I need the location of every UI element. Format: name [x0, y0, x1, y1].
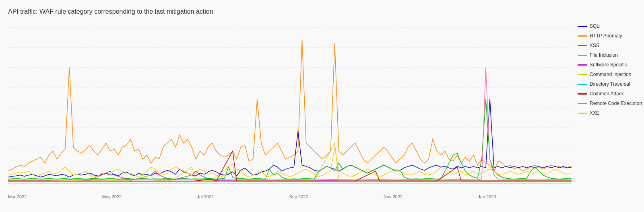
- legend-item-xss: XSS: [578, 43, 644, 48]
- x-label-nov2022: Nov 2022: [384, 194, 402, 199]
- chart-container: API traffic: WAF rule category correspon…: [0, 0, 644, 212]
- x-label-jan2023: Jan 2023: [478, 194, 496, 199]
- x-axis-labels: Mar 2022 May 2022 Jul 2022 Sep 2022 Nov …: [8, 194, 572, 199]
- legend-color-directory-traversal: [578, 84, 587, 85]
- sqli-line: [8, 99, 572, 177]
- legend-label-xss: XSS: [590, 43, 599, 48]
- legend-label-rce: Remote Code Execution: [590, 101, 642, 106]
- legend-item-command-injection: Command Injection: [578, 72, 644, 77]
- legend-label-common-attack: Common Attack: [590, 91, 624, 97]
- legend-color-software-specific: [578, 64, 587, 66]
- legend-item-directory-traversal: Directory Traversal: [578, 81, 644, 87]
- legend-item-software-specific: Software Specific: [578, 62, 644, 68]
- x-label-jul2022: Jul 2022: [197, 194, 214, 199]
- legend-color-file-inclusion: [578, 55, 587, 56]
- legend-label-software-specific: Software Specific: [590, 62, 627, 68]
- legend-color-common-attack: [578, 93, 587, 95]
- legend-label-command-injection: Command Injection: [590, 72, 631, 77]
- legend-color-sqli: [578, 26, 587, 27]
- legend-item-xxe: XXE: [578, 110, 644, 116]
- legend-color-rce: [578, 103, 587, 104]
- chart-legend: SQLi HTTP Anomaly XSS File Inclusion Sof…: [572, 19, 644, 191]
- legend-item-file-inclusion: File Inclusion: [578, 52, 644, 58]
- x-label-sep2022: Sep 2022: [289, 194, 308, 199]
- x-label-mar2022: Mar 2022: [8, 194, 27, 199]
- legend-label-file-inclusion: File Inclusion: [590, 52, 618, 58]
- legend-color-command-injection: [578, 74, 587, 75]
- legend-item-http-anomaly: HTTP Anomaly: [578, 33, 644, 39]
- chart-area: Mar 2022 May 2022 Jul 2022 Sep 2022 Nov …: [8, 19, 644, 191]
- legend-color-http-anomaly: [578, 35, 587, 37]
- legend-color-xss: [578, 45, 587, 46]
- legend-item-rce: Remote Code Execution: [578, 101, 644, 106]
- legend-item-common-attack: Common Attack: [578, 91, 644, 97]
- file-inclusion-line: [8, 67, 572, 180]
- x-label-may2022: May 2022: [102, 194, 122, 199]
- legend-item-sqli: SQLi: [578, 23, 644, 29]
- legend-label-http-anomaly: HTTP Anomaly: [590, 33, 622, 39]
- legend-label-directory-traversal: Directory Traversal: [590, 81, 630, 87]
- chart-plot: Mar 2022 May 2022 Jul 2022 Sep 2022 Nov …: [8, 19, 572, 191]
- chart-svg: [8, 19, 572, 191]
- legend-label-xxe: XXE: [590, 110, 599, 116]
- legend-label-sqli: SQLi: [590, 23, 601, 29]
- legend-color-xxe: [578, 113, 587, 114]
- chart-title: API traffic: WAF rule category correspon…: [8, 8, 644, 15]
